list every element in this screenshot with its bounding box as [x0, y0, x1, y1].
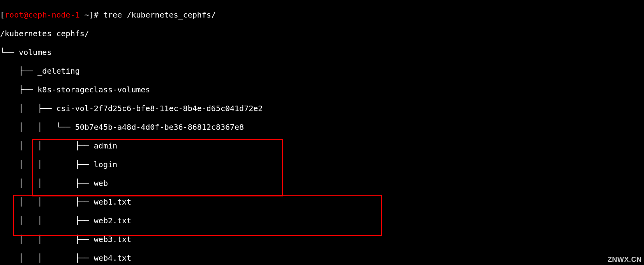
tree-row: │ ├── csi-vol-2f7d25c6-bfe8-11ec-8b4e-d6…	[0, 104, 644, 113]
prompt-user-host: root@ceph-node-1	[5, 10, 80, 19]
tree-row: └── volumes	[0, 48, 644, 57]
prompt-cwd: ~	[85, 10, 89, 19]
tree-row: │ │ ├── web	[0, 178, 644, 188]
tree-row: │ │ ├── web3.txt	[0, 235, 644, 244]
watermark: ZNWX.CN	[608, 255, 642, 264]
root-path: /kubernetes_cephfs/	[0, 29, 644, 38]
tree-row: │ │ ├── web4.txt	[0, 253, 644, 263]
tree-row: │ │ └── 50b7e45b-a48d-4d0f-be36-86812c83…	[0, 122, 644, 132]
tree-row: │ │ ├── web1.txt	[0, 197, 644, 207]
tree-row: │ │ ├── login	[0, 160, 644, 169]
prompt-line: [root@ceph-node-1 ~]# tree /kubernetes_c…	[0, 10, 644, 19]
prompt-suffix: #	[94, 10, 99, 19]
terminal-output: [root@ceph-node-1 ~]# tree /kubernetes_c…	[0, 0, 644, 265]
tree-row: ├── k8s-storageclass-volumes	[0, 85, 644, 94]
tree-row: │ │ ├── web2.txt	[0, 216, 644, 225]
tree-row: ├── _deleting	[0, 66, 644, 76]
command-text: tree /kubernetes_cephfs/	[103, 10, 216, 19]
tree-row: │ │ ├── admin	[0, 141, 644, 150]
